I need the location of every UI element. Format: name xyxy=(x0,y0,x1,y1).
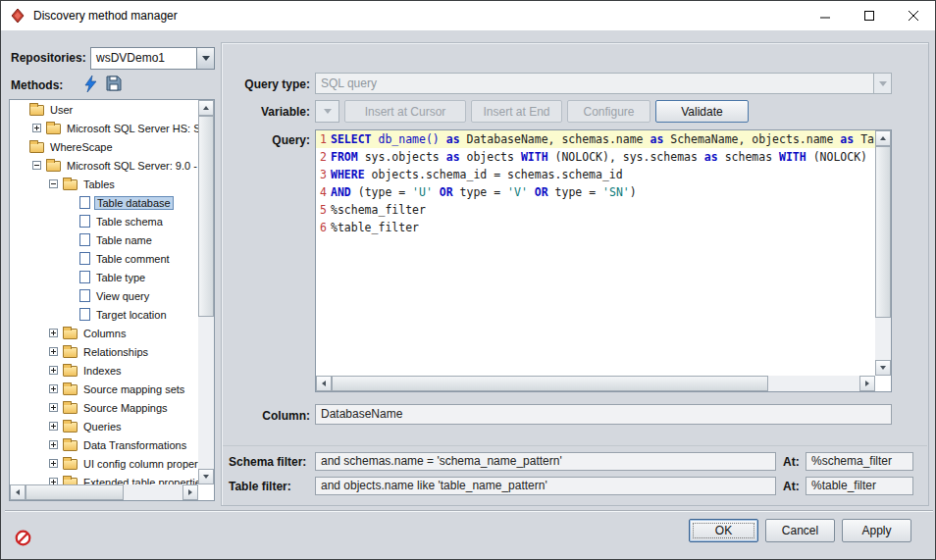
table-filter-field[interactable]: and objects.name like 'table_name_patter… xyxy=(315,477,776,495)
editor-vertical-scrollbar[interactable] xyxy=(875,130,891,376)
tree-item-label: User xyxy=(48,103,75,117)
ok-button[interactable]: OK xyxy=(689,519,758,542)
variable-dropdown-button[interactable] xyxy=(316,101,338,122)
tree-item[interactable]: Microsoft SQL Server HS: S xyxy=(10,119,198,137)
query-type-value: SQL query xyxy=(316,74,873,93)
expand-icon[interactable] xyxy=(49,422,58,431)
tree-item[interactable]: View query xyxy=(10,286,198,305)
query-editor[interactable]: 1SELECT db_name() as DatabaseName, schem… xyxy=(315,129,892,392)
code-text: %table_filter xyxy=(331,219,419,236)
filter-section-divider xyxy=(223,445,927,446)
tree-item[interactable]: Table name xyxy=(10,230,198,249)
tree-scroll-up-button[interactable] xyxy=(198,100,214,116)
tree-vscroll-thumb[interactable] xyxy=(198,116,214,317)
repositories-select[interactable]: wsDVDemo1 xyxy=(90,47,215,70)
folder-icon xyxy=(46,161,61,172)
code-line[interactable]: 5%schema_filter xyxy=(316,201,875,219)
tree-item[interactable]: Table schema xyxy=(10,212,198,230)
maximize-button[interactable] xyxy=(847,1,891,30)
tree-scroll-left-button[interactable] xyxy=(10,484,26,500)
tree-item[interactable]: Target location xyxy=(10,305,198,324)
expand-icon[interactable] xyxy=(49,384,58,393)
expand-icon[interactable] xyxy=(49,459,58,468)
tree-item[interactable]: Microsoft SQL Server: 9.0 - xyxy=(10,156,198,175)
schema-at-field[interactable]: %schema_filter xyxy=(806,452,913,471)
tree-item[interactable]: WhereScape xyxy=(10,137,198,156)
editor-horizontal-scrollbar[interactable] xyxy=(316,376,875,391)
cancel-button[interactable]: Cancel xyxy=(765,519,835,542)
tree-item-label: Table schema xyxy=(94,215,165,229)
expand-icon[interactable] xyxy=(49,478,58,484)
expand-icon[interactable] xyxy=(49,347,58,356)
query-type-select[interactable]: SQL query xyxy=(315,73,892,94)
tree-vertical-scrollbar[interactable] xyxy=(198,100,214,484)
insert-at-end-button[interactable]: Insert at End xyxy=(471,100,562,123)
variable-select[interactable] xyxy=(315,100,339,123)
code-line[interactable]: 2FROM sys.objects as objects WITH (NOLOC… xyxy=(316,148,875,166)
validate-button[interactable]: Validate xyxy=(655,100,749,123)
collapse-icon[interactable] xyxy=(49,179,58,188)
code-line[interactable]: 3WHERE objects.schema_id = schemas.schem… xyxy=(316,166,875,183)
close-button[interactable] xyxy=(891,1,935,30)
tree-item-label: Columns xyxy=(81,327,128,340)
editor-scroll-right-button[interactable] xyxy=(859,376,875,391)
tree-horizontal-scrollbar[interactable] xyxy=(10,484,198,500)
collapse-icon[interactable] xyxy=(32,161,41,170)
query-editor-content[interactable]: 1SELECT db_name() as DatabaseName, schem… xyxy=(316,130,875,376)
expand-icon[interactable] xyxy=(49,440,58,449)
table-at-field[interactable]: %table_filter xyxy=(806,477,913,495)
expand-icon[interactable] xyxy=(49,366,58,375)
minimize-button[interactable] xyxy=(803,1,847,30)
repositories-dropdown-button[interactable] xyxy=(196,48,214,69)
tree-item[interactable]: Source mapping sets xyxy=(10,380,198,398)
tree-item-label: Tables xyxy=(81,178,117,191)
tree-item[interactable]: Data Transformations xyxy=(10,435,198,454)
expand-icon[interactable] xyxy=(49,329,58,337)
tree-item[interactable]: User xyxy=(10,100,198,119)
arrow-up-icon xyxy=(203,106,209,110)
editor-scroll-left-button[interactable] xyxy=(316,376,332,391)
save-methods-button[interactable] xyxy=(104,74,124,93)
expand-icon[interactable] xyxy=(49,403,58,412)
insert-at-cursor-button[interactable]: Insert at Cursor xyxy=(344,100,466,123)
titlebar[interactable]: Discovery method manager xyxy=(1,1,935,30)
editor-scroll-down-button[interactable] xyxy=(875,360,891,376)
tree-item[interactable]: Tables xyxy=(10,175,198,193)
code-text: %schema_filter xyxy=(331,201,426,219)
tree-item[interactable]: Columns xyxy=(10,324,198,342)
query-type-dropdown-button[interactable] xyxy=(873,74,891,93)
tree-scroll-down-button[interactable] xyxy=(198,469,214,484)
folder-icon xyxy=(63,366,78,377)
tree-hscroll-thumb[interactable] xyxy=(26,484,124,500)
schema-filter-field[interactable]: and schemas.name = 'schema_name_pattern' xyxy=(315,452,776,471)
arrow-left-icon xyxy=(322,381,326,386)
code-line[interactable]: 6%table_filter xyxy=(316,219,875,236)
refresh-methods-button[interactable] xyxy=(80,74,100,93)
editor-scroll-up-button[interactable] xyxy=(875,130,891,146)
apply-button[interactable]: Apply xyxy=(842,519,911,542)
tree-item-label: Indexes xyxy=(81,364,124,378)
tree-item[interactable]: UI config column properties xyxy=(10,454,198,473)
tree-item[interactable]: Table type xyxy=(10,268,198,286)
editor-vscroll-thumb[interactable] xyxy=(875,146,891,318)
line-number: 6 xyxy=(316,219,331,236)
tree-item[interactable]: Source Mappings xyxy=(10,398,198,417)
expand-icon[interactable] xyxy=(32,124,41,132)
tree-item[interactable]: Relationships xyxy=(10,342,198,361)
tree-item[interactable]: Table database xyxy=(10,193,198,212)
tree-item-label: Target location xyxy=(94,308,169,322)
tree-item[interactable]: Queries xyxy=(10,417,198,435)
window-title: Discovery method manager xyxy=(33,9,178,23)
tree-item[interactable]: Indexes xyxy=(10,361,198,380)
tree-item[interactable]: Extended table properties xyxy=(10,473,198,484)
code-line[interactable]: 1SELECT db_name() as DatabaseName, schem… xyxy=(316,130,875,148)
column-field[interactable]: DatabaseName xyxy=(315,404,892,425)
tree-scroll-right-button[interactable] xyxy=(182,484,198,500)
minimize-icon xyxy=(820,11,830,21)
methods-tree-viewport[interactable]: UserMicrosoft SQL Server HS: SWhereScape… xyxy=(10,100,198,484)
configure-button[interactable]: Configure xyxy=(567,100,650,123)
tree-item-label: Data Transformations xyxy=(81,438,188,452)
editor-hscroll-thumb[interactable] xyxy=(332,376,768,391)
tree-item[interactable]: Table comment xyxy=(10,249,198,268)
code-line[interactable]: 4AND (type = 'U' OR type = 'V' OR type =… xyxy=(316,183,875,201)
